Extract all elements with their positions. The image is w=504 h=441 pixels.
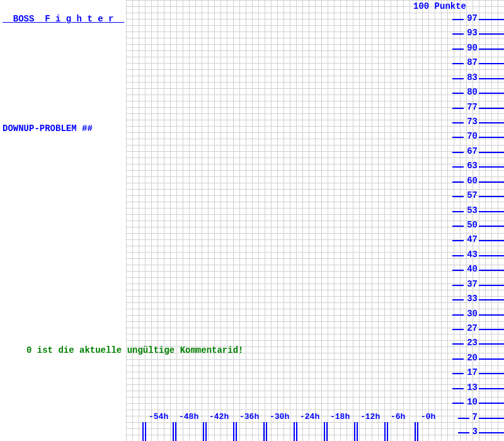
y-tick: 23 (479, 343, 504, 345)
x-tick-label: -42h (209, 412, 229, 421)
x-tick (233, 422, 234, 441)
y-tick-label: 47 (467, 234, 479, 244)
y-tick: 73 (479, 122, 504, 123)
y-tick (452, 388, 464, 389)
y-tick (452, 122, 464, 123)
y-tick-label: 90 (467, 43, 479, 53)
y-tick (452, 226, 464, 227)
x-tick (294, 422, 295, 441)
y-tick: 87 (479, 63, 504, 64)
punkte-header: 100 Punkte (413, 1, 466, 11)
y-tick-label: 17 (467, 367, 479, 377)
y-tick: 30 (479, 314, 504, 316)
y-tick-label: 3 (472, 427, 479, 437)
y-tick (452, 299, 464, 301)
y-tick: 17 (479, 373, 504, 374)
chart-grid (126, 0, 504, 441)
y-tick: 83 (479, 78, 504, 79)
x-tick-label: -36h (239, 412, 259, 421)
y-tick-label: 97 (467, 13, 479, 23)
x-tick: -6h (387, 422, 388, 441)
y-tick-label: 60 (467, 176, 479, 186)
y-tick-label: 20 (467, 353, 479, 363)
y-tick (452, 358, 464, 360)
y-tick: 63 (479, 166, 504, 168)
x-tick (203, 422, 204, 441)
y-tick: 93 (479, 33, 504, 35)
y-tick: 33 (479, 299, 504, 301)
y-tick (452, 93, 464, 94)
y-tick (452, 255, 464, 256)
x-tick (384, 422, 386, 441)
y-tick: 50 (479, 226, 504, 227)
y-tick: 57 (479, 196, 504, 197)
y-tick (458, 418, 469, 419)
y-tick (452, 63, 464, 64)
chart-stage: __BOSS__F_i_g_h_t_e_r__ DOWNUP-PROBLEM #… (0, 0, 504, 441)
x-tick: -30h (266, 422, 267, 441)
y-tick-label: 67 (467, 146, 479, 156)
y-tick (452, 240, 464, 241)
x-tick (173, 422, 174, 441)
y-tick: 53 (479, 211, 504, 212)
footer-message: 0 ist die aktuelle ungültige Kommentarid… (26, 345, 243, 355)
y-tick (452, 314, 464, 316)
y-tick (452, 343, 464, 345)
y-tick: 67 (479, 152, 504, 153)
y-tick: 97 (479, 19, 504, 20)
x-tick: -18h (326, 422, 328, 441)
y-tick (452, 137, 464, 138)
x-tick-label: -48h (179, 412, 198, 421)
y-tick: 40 (479, 270, 504, 271)
y-tick: 60 (479, 181, 504, 183)
y-tick: 80 (479, 93, 504, 94)
x-tick: -0h (417, 422, 418, 441)
x-tick (324, 422, 325, 441)
y-tick (458, 432, 469, 433)
x-tick: -36h (236, 422, 237, 441)
x-tick (142, 422, 144, 441)
y-tick: 10 (479, 403, 504, 404)
y-tick (452, 152, 464, 153)
y-tick-label: 27 (467, 323, 479, 333)
x-tick: -54h (145, 422, 146, 441)
title-link[interactable]: __BOSS__F_i_g_h_t_e_r__ (3, 14, 124, 24)
y-tick-label: 40 (467, 264, 479, 274)
y-tick: 70 (479, 137, 504, 138)
y-tick (452, 78, 464, 79)
y-tick-label: 13 (467, 382, 479, 392)
x-tick (263, 422, 265, 441)
side-label: DOWNUP-PROBLEM ## (3, 123, 93, 134)
y-tick-label: 73 (467, 117, 479, 127)
y-tick-label: 7 (472, 412, 479, 422)
y-tick (452, 285, 464, 286)
y-tick-label: 93 (467, 28, 479, 38)
y-tick (452, 108, 464, 109)
y-tick (452, 166, 464, 168)
x-tick-label: -12h (360, 412, 380, 421)
y-tick (452, 19, 464, 20)
x-tick-label: -6h (391, 412, 405, 421)
x-tick (354, 422, 355, 441)
y-tick-label: 37 (467, 279, 479, 289)
x-tick-label: -30h (270, 412, 289, 421)
y-tick-label: 23 (467, 338, 479, 348)
y-tick: 43 (479, 255, 504, 256)
y-tick: 7 (479, 418, 504, 419)
y-tick: 13 (479, 388, 504, 389)
y-tick (452, 329, 464, 330)
y-tick: 3 (479, 432, 504, 433)
y-tick (452, 33, 464, 35)
y-tick-label: 43 (467, 249, 479, 260)
x-tick: -12h (357, 422, 358, 441)
y-tick (452, 49, 464, 50)
x-tick: -24h (296, 422, 297, 441)
y-tick (452, 211, 464, 212)
y-tick-label: 53 (467, 205, 479, 215)
y-tick-label: 30 (467, 309, 479, 319)
y-tick: 47 (479, 240, 504, 241)
x-tick: -48h (175, 422, 176, 441)
y-tick-label: 80 (467, 87, 479, 97)
x-tick-label: -54h (149, 412, 168, 421)
y-tick-label: 50 (467, 220, 479, 230)
